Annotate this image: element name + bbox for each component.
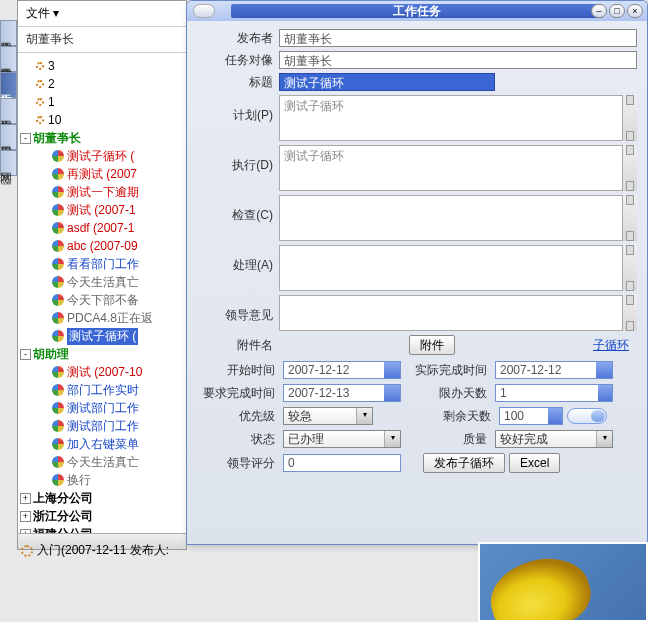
- tree-group[interactable]: 胡董亊长: [33, 130, 81, 147]
- quality-combo[interactable]: 较好完成▾: [495, 430, 613, 448]
- count-dot-icon: [36, 98, 44, 106]
- tree-item[interactable]: asdf (2007-1: [67, 221, 134, 235]
- label-limit-days: 限办天数: [405, 385, 491, 402]
- titlebar[interactable]: 工作任务 – □ ×: [187, 1, 647, 21]
- spinner-icon[interactable]: [622, 195, 637, 241]
- publish-subloop-button[interactable]: 发布子循环: [423, 453, 505, 473]
- check-textarea[interactable]: [279, 195, 637, 241]
- limit-days-stepper[interactable]: 1: [495, 384, 613, 402]
- tree-item[interactable]: 测试子循环 (: [67, 148, 134, 165]
- tree-item[interactable]: 再测试 (2007: [67, 166, 137, 183]
- chevron-down-icon[interactable]: ▾: [356, 408, 372, 424]
- tree[interactable]: 3 2 1 10 -胡董亊长 测试子循环 ( 再测试 (2007 测试一下逾期 …: [18, 53, 186, 533]
- tree-expand-icon[interactable]: +: [20, 493, 31, 504]
- label-actual-done: 实际完成时间: [405, 362, 491, 379]
- tree-item[interactable]: 今天生活真亡: [67, 454, 139, 471]
- minimize-button[interactable]: –: [591, 4, 607, 18]
- tree-item[interactable]: 测试部门工作: [67, 418, 139, 435]
- tree-item[interactable]: 换行: [67, 472, 91, 489]
- priority-combo[interactable]: 较急▾: [283, 407, 373, 425]
- tree-item-selected[interactable]: 测试子循环 (: [67, 328, 138, 345]
- task-dialog: 工作任务 – □ × 发布者胡董亊长 任务对像胡董亊长 标题测试子循环 计划(P…: [186, 0, 648, 545]
- menu-file[interactable]: 文件 ▾: [26, 6, 59, 20]
- tree-item[interactable]: 测试一下逾期: [67, 184, 139, 201]
- tree-expand-icon[interactable]: +: [20, 511, 31, 522]
- tree-item[interactable]: 今天下部不备: [67, 292, 139, 309]
- pie-icon: [52, 474, 64, 486]
- tree-branch[interactable]: 浙江分公司: [33, 508, 93, 525]
- chevron-down-icon[interactable]: ▾: [384, 431, 400, 447]
- tab-netsign[interactable]: 网签: [0, 150, 17, 176]
- subloop-link[interactable]: 子循环: [593, 337, 637, 354]
- toggle-switch[interactable]: [567, 408, 607, 424]
- do-textarea[interactable]: 测试子循环: [279, 145, 637, 191]
- tree-item[interactable]: 测试 (2007-10: [67, 364, 142, 381]
- attach-button[interactable]: 附件: [409, 335, 455, 355]
- spinner-icon[interactable]: [622, 245, 637, 291]
- tree-item[interactable]: 今天生活真亡: [67, 274, 139, 291]
- tree-item[interactable]: 加入右键菜单: [67, 436, 139, 453]
- tab-work-report[interactable]: 工作报告: [0, 98, 17, 124]
- tree-item[interactable]: abc (2007-09: [67, 239, 138, 253]
- spinner-icon[interactable]: [622, 295, 637, 331]
- tree-item[interactable]: 测试部门工作: [67, 400, 139, 417]
- tree-branch[interactable]: 福建分公司: [33, 526, 93, 534]
- tree-count: 10: [48, 113, 61, 127]
- req-done-picker[interactable]: 2007-12-13: [283, 384, 401, 402]
- tree-branch[interactable]: 上海分公司: [33, 490, 93, 507]
- tree-item[interactable]: 部门工作实时: [67, 382, 139, 399]
- pie-icon: [52, 240, 64, 252]
- label-publisher: 发布者: [197, 30, 279, 47]
- pie-icon: [52, 384, 64, 396]
- publisher-field[interactable]: 胡董亊长: [279, 29, 637, 47]
- status-combo[interactable]: 已办理▾: [283, 430, 401, 448]
- subject-field[interactable]: 测试子循环: [279, 73, 495, 91]
- actual-done-picker[interactable]: 2007-12-12: [495, 361, 613, 379]
- status-dot-icon: [21, 545, 33, 557]
- label-priority: 优先级: [197, 408, 279, 425]
- opinion-textarea[interactable]: [279, 295, 637, 331]
- pie-icon: [52, 294, 64, 306]
- tree-collapse-icon[interactable]: -: [20, 349, 31, 360]
- tree-item[interactable]: PDCA4.8正在返: [67, 310, 153, 327]
- tab-dept-work[interactable]: 部门工作: [0, 72, 17, 98]
- pie-icon: [52, 186, 64, 198]
- pie-icon: [52, 456, 64, 468]
- maximize-button[interactable]: □: [609, 4, 625, 18]
- spinner-icon[interactable]: [622, 145, 637, 191]
- tree-collapse-icon[interactable]: -: [20, 133, 31, 144]
- pie-icon: [52, 330, 64, 342]
- plan-textarea[interactable]: 测试子循环: [279, 95, 637, 141]
- pie-icon: [52, 204, 64, 216]
- calendar-icon[interactable]: [596, 362, 612, 378]
- excel-button[interactable]: Excel: [509, 453, 560, 473]
- tab-published-work[interactable]: 我发布的工作: [0, 46, 17, 72]
- tree-group[interactable]: 胡助理: [33, 346, 69, 363]
- tree-item[interactable]: 测试 (2007-1: [67, 202, 136, 219]
- count-dot-icon: [36, 80, 44, 88]
- chevron-down-icon[interactable]: ▾: [596, 431, 612, 447]
- tab-work-diary[interactable]: 工作日记: [0, 124, 17, 150]
- spinner-icon[interactable]: [622, 95, 637, 141]
- tab-my-work[interactable]: 我的工作: [0, 20, 17, 46]
- close-button[interactable]: ×: [627, 4, 643, 18]
- target-field[interactable]: 胡董亊长: [279, 51, 637, 69]
- remain-days-stepper[interactable]: 100: [499, 407, 563, 425]
- calendar-icon[interactable]: [384, 362, 400, 378]
- pie-icon: [52, 438, 64, 450]
- tree-item[interactable]: 看看部门工作: [67, 256, 139, 273]
- score-stepper[interactable]: 0: [283, 454, 401, 472]
- left-tabstrip: 我的工作 我发布的工作 部门工作 工作报告 工作日记 网签: [0, 20, 17, 176]
- label-quality: 质量: [405, 431, 491, 448]
- start-time-picker[interactable]: 2007-12-12: [283, 361, 401, 379]
- pie-icon: [52, 258, 64, 270]
- spin-icon[interactable]: [598, 385, 612, 401]
- sysmenu-button[interactable]: [193, 4, 215, 18]
- pie-icon: [52, 366, 64, 378]
- label-start-time: 开始时间: [197, 362, 279, 379]
- action-textarea[interactable]: [279, 245, 637, 291]
- spin-icon[interactable]: [548, 408, 562, 424]
- label-score: 领导评分: [197, 455, 279, 472]
- calendar-icon[interactable]: [384, 385, 400, 401]
- pie-icon: [52, 420, 64, 432]
